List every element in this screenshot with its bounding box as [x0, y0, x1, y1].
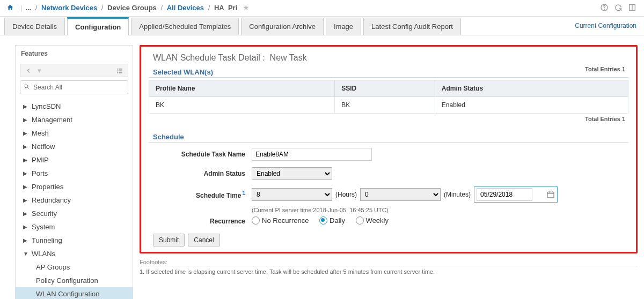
label-task-name: Schedule Task Name — [149, 151, 252, 158]
table-row[interactable]: BK BK Enabled — [149, 97, 628, 114]
submit-button[interactable]: Submit — [153, 234, 185, 246]
panel-icon[interactable] — [628, 3, 636, 12]
col-profile-name: Profile Name — [149, 80, 335, 97]
favorite-star-icon[interactable]: ★ — [243, 3, 250, 12]
svg-point-1 — [604, 9, 604, 10]
svg-rect-9 — [119, 72, 122, 73]
server-time-hint: (Current PI server time:2018-Jun-05, 16:… — [149, 206, 628, 213]
selected-wlans-table: Profile Name SSID Admin Status BK BK Ena… — [149, 80, 628, 114]
cell-ssid: BK — [335, 97, 435, 114]
main-content: WLAN Schedule Task Detail : New Task Tot… — [140, 45, 638, 299]
admin-status-select[interactable]: Enabled — [252, 167, 332, 180]
tree-lyncsdn[interactable]: ▶LyncSDN — [16, 100, 133, 113]
search-input[interactable] — [20, 80, 128, 94]
hours-select[interactable]: 8 — [252, 188, 332, 201]
tree-management[interactable]: ▶Management — [16, 113, 133, 126]
breadcrumb-link-1[interactable]: Device Groups — [107, 4, 157, 12]
tree-tunneling[interactable]: ▶Tunneling — [16, 234, 133, 247]
tree-pmip[interactable]: ▶PMIP — [16, 153, 133, 167]
tree-redundancy[interactable]: ▶Redundancy — [16, 193, 133, 207]
feature-tree: ▶LyncSDN ▶Management ▶Mesh ▶Netflow ▶PMI… — [16, 98, 133, 299]
task-name-input[interactable] — [252, 148, 372, 161]
svg-rect-12 — [547, 192, 554, 198]
col-ssid: SSID — [335, 80, 435, 97]
tab-bar: Device Details Configuration Applied/Sch… — [0, 17, 644, 35]
radio-daily[interactable]: Daily — [319, 216, 345, 225]
page-title: WLAN Schedule Task Detail : New Task — [153, 53, 628, 63]
svg-rect-4 — [117, 68, 118, 69]
selected-wlans-heading: Selected WLAN(s) — [149, 65, 628, 78]
svg-rect-8 — [117, 72, 118, 73]
svg-rect-7 — [119, 70, 122, 71]
label-recurrence: Recurrence — [149, 218, 252, 225]
svg-rect-5 — [119, 68, 122, 69]
breadcrumb-bar: | ... / Network Devices / Device Groups … — [0, 0, 644, 17]
tab-device-details[interactable]: Device Details — [4, 18, 65, 35]
help-icon[interactable] — [600, 3, 609, 12]
tree-wlans[interactable]: ▼WLANs — [16, 247, 133, 260]
current-configuration-link[interactable]: Current Configuration — [575, 22, 636, 29]
sidebar-title: Features — [16, 46, 133, 62]
sidebar-toolbar: ▾ — [20, 64, 128, 77]
svg-line-11 — [28, 88, 30, 89]
breadcrumb-link-2[interactable]: All Devices — [167, 4, 204, 12]
tab-configuration[interactable]: Configuration — [67, 17, 129, 35]
col-admin-status: Admin Status — [435, 80, 628, 97]
list-icon[interactable] — [116, 67, 123, 74]
tree-security[interactable]: ▶Security — [16, 207, 133, 220]
radio-weekly[interactable]: Weekly — [356, 216, 389, 225]
schedule-form: Schedule Task Name Admin Status Enabled … — [149, 145, 628, 229]
tree-policy-config[interactable]: Policy Configuration — [16, 274, 133, 287]
features-sidebar: Features ▾ ▶LyncSDN ▶Management ▶Mesh ▶N… — [15, 45, 133, 299]
cell-status: Enabled — [435, 97, 628, 114]
calendar-icon[interactable] — [546, 190, 555, 199]
minutes-unit: (Minutes) — [444, 191, 471, 198]
cell-profile: BK — [149, 97, 335, 114]
svg-rect-6 — [117, 70, 118, 71]
tab-archive[interactable]: Configuration Archive — [241, 18, 324, 35]
back-arrow-icon[interactable] — [25, 67, 32, 74]
tree-ports[interactable]: ▶Ports — [16, 167, 133, 180]
breadcrumb-ellipsis[interactable]: ... — [25, 4, 31, 12]
refresh-icon[interactable] — [614, 3, 623, 12]
tree-netflow[interactable]: ▶Netflow — [16, 140, 133, 153]
label-schedule-time: Schedule Time1 — [149, 190, 252, 199]
tree-mesh[interactable]: ▶Mesh — [16, 126, 133, 140]
tab-image[interactable]: Image — [326, 18, 361, 35]
tree-wlan-configuration[interactable]: WLAN Configuration — [16, 287, 133, 299]
hours-unit: (Hours) — [335, 191, 357, 198]
tree-ap-groups[interactable]: AP Groups — [16, 260, 133, 274]
radio-no-recurrence[interactable]: No Recurrence — [252, 216, 309, 225]
schedule-heading: Schedule — [149, 130, 628, 143]
tree-system[interactable]: ▶System — [16, 220, 133, 234]
footnotes: Footnotes: 1. If selected time is elapsi… — [140, 259, 638, 275]
svg-point-10 — [25, 85, 28, 88]
search-icon — [24, 84, 30, 90]
date-input[interactable] — [477, 188, 532, 201]
label-admin-status: Admin Status — [149, 170, 252, 177]
total-entries-top: Total Entries 1 — [585, 65, 628, 72]
date-field[interactable] — [474, 186, 558, 203]
breadcrumb-link-0[interactable]: Network Devices — [41, 4, 97, 12]
tab-templates[interactable]: Applied/Scheduled Templates — [131, 18, 239, 35]
tab-audit[interactable]: Latest Config Audit Report — [363, 18, 461, 35]
minutes-select[interactable]: 0 — [360, 188, 441, 201]
home-icon[interactable] — [6, 4, 14, 11]
tree-properties[interactable]: ▶Properties — [16, 180, 133, 193]
footnote-1: 1. If selected time is elapsing current … — [140, 266, 638, 275]
footnotes-heading: Footnotes: — [140, 259, 638, 266]
breadcrumb-current: HA_Pri — [214, 4, 237, 12]
highlighted-region: WLAN Schedule Task Detail : New Task Tot… — [140, 45, 638, 253]
breadcrumb: ... / Network Devices / Device Groups / … — [25, 3, 250, 12]
total-entries-bottom: Total Entries 1 — [149, 114, 628, 122]
cancel-button[interactable]: Cancel — [188, 234, 219, 246]
